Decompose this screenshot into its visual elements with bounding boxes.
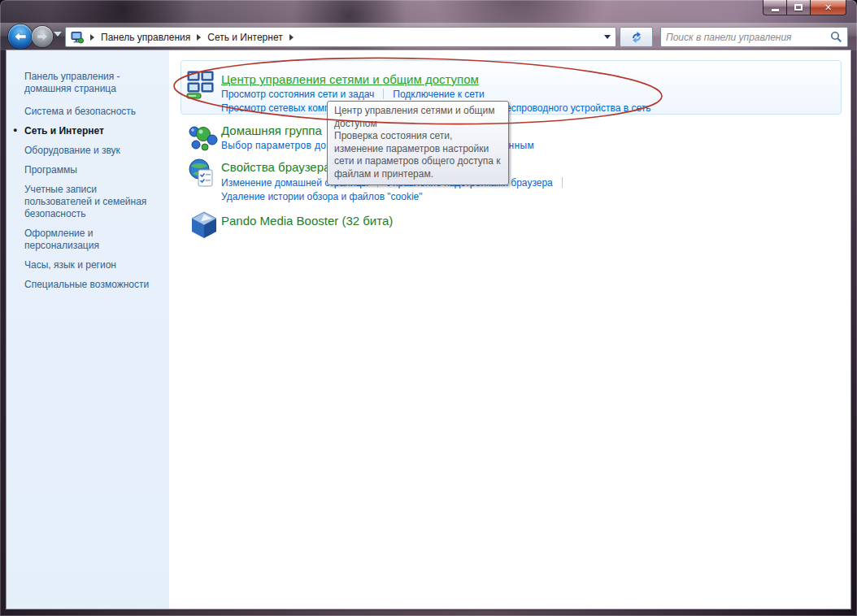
close-icon: ✕: [824, 1, 832, 15]
sidebar: Панель управления - домашняя страница Си…: [7, 50, 169, 609]
maximize-button[interactable]: [787, 0, 810, 15]
sidebar-item-clock-language[interactable]: Часы, язык и регион: [24, 259, 161, 271]
sidebar-item-ease-of-access[interactable]: Специальные возможности: [24, 279, 161, 291]
arrow-left-icon: [14, 32, 27, 41]
link-delete-history-cookies[interactable]: Удаление истории обзора и файлов "cookie…: [221, 191, 423, 202]
maximize-icon: [794, 4, 803, 11]
minimize-icon: [772, 9, 779, 11]
homegroup-icon: [187, 123, 218, 154]
refresh-icon: [629, 31, 644, 44]
breadcrumb-item-network-internet[interactable]: Сеть и Интернет: [207, 32, 282, 43]
link-view-network-status[interactable]: Просмотр состояния сети и задач: [221, 89, 374, 100]
recent-pages-dropdown[interactable]: [54, 32, 62, 37]
search-input[interactable]: [666, 32, 830, 43]
sidebar-item-home[interactable]: Панель управления - домашняя страница: [24, 71, 161, 95]
breadcrumb-arrow-icon: [197, 34, 201, 41]
explorer-window: ✕ Панель управления Сеть и И: [0, 0, 857, 616]
back-button[interactable]: [8, 24, 33, 49]
breadcrumb-arrow-icon: [90, 34, 94, 41]
item-pando-media-booster[interactable]: Pando Media Booster (32 бита): [221, 214, 393, 228]
refresh-button[interactable]: [620, 27, 653, 47]
search-box: [660, 27, 848, 47]
sidebar-item-programs[interactable]: Программы: [24, 164, 161, 176]
link-browser-properties[interactable]: Свойства браузера: [221, 160, 330, 174]
address-bar[interactable]: Панель управления Сеть и Интернет: [65, 27, 616, 47]
tooltip: Центр управления сетями и общим доступом…: [327, 101, 509, 185]
tooltip-title: Центр управления сетями и общим доступом: [334, 105, 502, 130]
minimize-button[interactable]: [763, 0, 787, 15]
arrow-right-icon: [37, 33, 48, 41]
link-network-sharing-center[interactable]: Центр управления сетями и общим доступом: [221, 72, 479, 86]
sidebar-item-appearance[interactable]: Оформление и персонализация: [24, 228, 161, 252]
sidebar-item-user-accounts[interactable]: Учетные записи пользователей и семейная …: [24, 184, 161, 220]
link-divider: [562, 177, 563, 188]
selected-bullet-icon: ●: [13, 124, 17, 137]
search-icon: [830, 31, 842, 43]
pando-media-booster-icon: [190, 210, 218, 240]
address-dropdown-icon[interactable]: [604, 35, 611, 39]
breadcrumb-item-control-panel[interactable]: Панель управления: [101, 32, 190, 43]
tooltip-body: Проверка состояния сети, изменение парам…: [334, 130, 502, 180]
content-area: Панель управления - домашняя страница Си…: [7, 50, 850, 609]
navigation-bar: Панель управления Сеть и Интернет: [0, 23, 857, 50]
control-panel-icon: [71, 31, 84, 44]
link-connect-to-network[interactable]: Подключение к сети: [393, 89, 484, 100]
browser-properties-icon: [187, 158, 218, 189]
link-homegroup[interactable]: Домашняя группа: [221, 124, 322, 137]
link-divider: [383, 89, 384, 99]
main-panel: Центр управления сетями и общим доступом…: [169, 50, 850, 609]
network-sharing-center-icon: [185, 68, 218, 101]
close-button[interactable]: ✕: [810, 0, 846, 15]
sidebar-item-system-security[interactable]: Система и безопасность: [24, 106, 161, 118]
breadcrumb-arrow-icon: [289, 34, 294, 41]
forward-button[interactable]: [32, 26, 53, 47]
sidebar-item-network-internet[interactable]: ●Сеть и Интернет: [24, 125, 161, 137]
window-controls: ✕: [763, 0, 846, 15]
sidebar-item-hardware-sound[interactable]: Оборудование и звук: [24, 145, 161, 157]
